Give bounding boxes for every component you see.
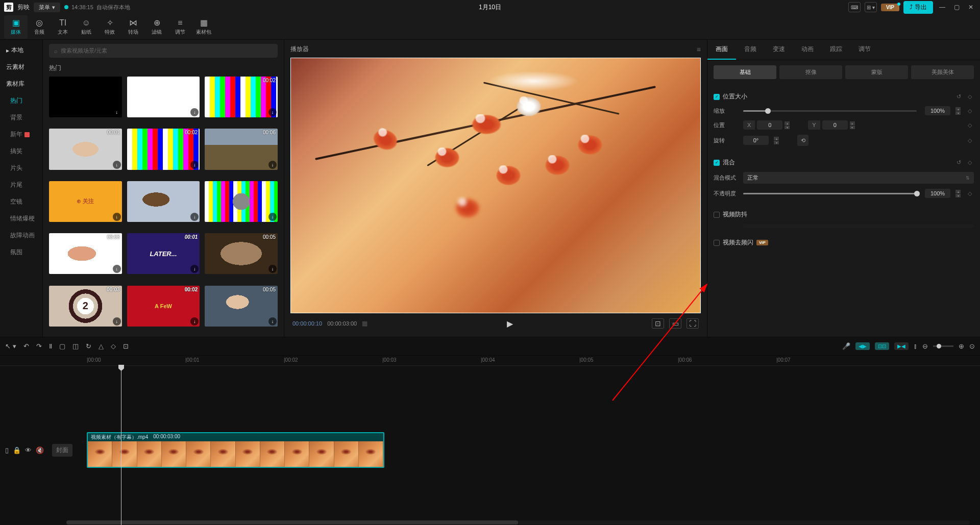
align-icon[interactable]: ⫿ xyxy=(914,342,917,350)
export-button[interactable]: ⤴导出 xyxy=(903,1,933,14)
track-auto[interactable]: ⊡⊡ xyxy=(875,342,889,350)
keyframe-icon[interactable]: ◇ xyxy=(966,189,974,197)
sidebar-item-片头[interactable]: 片头 xyxy=(0,160,42,177)
media-thumb[interactable]: 00:02A FeW↓ xyxy=(127,286,200,327)
reverse-icon[interactable]: ↻ xyxy=(86,342,91,350)
sidebar-item-新年[interactable]: 新年 xyxy=(0,126,42,143)
media-thumb[interactable]: ⊕ 关注↓ xyxy=(49,181,122,222)
timeline-ruler[interactable]: |00:00|00:01|00:02|00:03|00:04|00:05|00:… xyxy=(0,356,980,366)
track-mute-icon[interactable]: 🔇 xyxy=(36,446,44,454)
category-特效[interactable]: ✧特效 xyxy=(98,15,121,39)
vip-badge[interactable]: VIP xyxy=(881,4,899,11)
media-thumb[interactable]: 00:01↓ xyxy=(49,129,122,169)
zoom-out-icon[interactable]: ⊖ xyxy=(922,342,928,350)
sub-tab-美颜美体[interactable]: 美颜美体 xyxy=(911,65,974,79)
timeline-tracks[interactable]: ▯ 🔒 👁 🔇 封面 视频素材（有字幕）.mp4 00:00:03:00 xyxy=(0,366,980,525)
download-icon[interactable]: ↓ xyxy=(268,161,277,169)
media-thumb[interactable]: 00:05↓ xyxy=(205,233,278,274)
sidebar-item-情绪爆梗[interactable]: 情绪爆梗 xyxy=(0,210,42,227)
keyframe-icon[interactable]: ◇ xyxy=(966,159,974,167)
reset-icon[interactable]: ↺ xyxy=(954,93,963,101)
layout-icon[interactable]: ⊞ ▾ xyxy=(865,2,877,12)
blend-mode-select[interactable]: 正常 ⇅ xyxy=(743,172,974,184)
media-thumb[interactable]: 00:06↓ xyxy=(205,129,278,169)
download-icon[interactable]: ↓ xyxy=(113,317,121,326)
undo-icon[interactable]: ↶ xyxy=(23,342,29,350)
inspector-tab-画面[interactable]: 画面 xyxy=(707,40,736,60)
scale-slider[interactable] xyxy=(743,110,917,112)
rotate-icon[interactable]: ◇ xyxy=(111,342,116,350)
crop2-icon[interactable]: ⊡ xyxy=(123,342,129,350)
link-toggle[interactable]: ▶◀ xyxy=(894,342,909,350)
download-icon[interactable]: ↓ xyxy=(190,161,199,169)
checkbox-on-icon[interactable]: ✓ xyxy=(714,160,720,166)
player-viewport[interactable] xyxy=(290,58,701,313)
minimize-button[interactable]: — xyxy=(937,2,947,12)
download-icon[interactable]: ↓ xyxy=(268,265,277,273)
download-icon[interactable]: ↓ xyxy=(268,317,277,326)
track-lock-icon[interactable]: 🔒 xyxy=(13,446,21,454)
media-thumb[interactable]: ↓ xyxy=(127,77,200,117)
checkbox-off-icon[interactable] xyxy=(714,212,720,218)
delete-icon[interactable]: ▢ xyxy=(59,342,65,350)
redo-icon[interactable]: ↷ xyxy=(36,342,42,350)
media-thumb[interactable]: 00:02↓ xyxy=(127,129,200,169)
download-icon[interactable]: ↓ xyxy=(190,265,199,273)
mic-icon[interactable]: 🎤 xyxy=(842,342,850,350)
sidebar-item-氛围[interactable]: 氛围 xyxy=(0,244,42,261)
track-collapse-icon[interactable]: ▯ xyxy=(5,446,9,454)
download-icon[interactable]: ↓ xyxy=(268,213,277,221)
sidebar-item-背景[interactable]: 背景 xyxy=(0,109,42,126)
zoom-in-icon[interactable]: ⊕ xyxy=(959,342,964,350)
scale-value[interactable]: 100% xyxy=(925,106,950,115)
player-menu-icon[interactable]: ≡ xyxy=(697,45,701,54)
opacity-value[interactable]: 100% xyxy=(925,189,950,198)
download-icon[interactable]: ↓ xyxy=(190,108,199,116)
search-input[interactable]: ⌕ 搜索视频场景/元素 xyxy=(49,44,278,58)
media-thumb[interactable]: ↓ xyxy=(49,77,122,117)
flip-icon[interactable]: ⟲ xyxy=(797,135,808,146)
pos-x-input[interactable]: 0 xyxy=(757,120,782,130)
category-调节[interactable]: ≡调节 xyxy=(168,15,192,39)
download-icon[interactable]: ↓ xyxy=(113,161,121,169)
media-thumb[interactable]: ↓ xyxy=(205,181,278,222)
close-button[interactable]: ✕ xyxy=(966,2,976,12)
timecode-menu-icon[interactable]: ▦ xyxy=(362,320,368,327)
zoom-slider[interactable] xyxy=(933,345,953,347)
media-thumb[interactable]: 00:03↓ xyxy=(49,233,122,274)
media-thumb[interactable]: ↓ xyxy=(127,181,200,222)
keyframe-icon[interactable]: ◇ xyxy=(966,136,974,144)
download-icon[interactable]: ↓ xyxy=(190,317,199,326)
download-icon[interactable]: ↓ xyxy=(113,213,121,221)
inspector-tab-变速[interactable]: 变速 xyxy=(765,40,793,60)
reset-icon[interactable]: ↺ xyxy=(954,159,963,167)
spin-down[interactable]: ▾ xyxy=(955,111,961,115)
inspector-tab-调节[interactable]: 调节 xyxy=(850,40,879,60)
maximize-button[interactable]: ▢ xyxy=(951,2,962,12)
download-icon[interactable]: ↓ xyxy=(113,265,121,273)
checkbox-off-icon[interactable] xyxy=(714,240,720,246)
magnet-auto[interactable]: ◀▶ xyxy=(855,342,870,350)
keyframe-icon[interactable]: ◇ xyxy=(966,93,974,101)
cover-button[interactable]: 封面 xyxy=(52,444,72,457)
timeline-scrollbar[interactable] xyxy=(66,520,970,524)
rotate-input[interactable]: 0° xyxy=(743,136,769,145)
media-thumb[interactable]: 00:032↓ xyxy=(49,286,122,327)
category-文本[interactable]: TI文本 xyxy=(51,15,75,39)
keyframe-icon[interactable]: ◇ xyxy=(966,121,974,129)
media-thumb[interactable]: 00:01LATER...↓ xyxy=(127,233,200,274)
checkbox-on-icon[interactable]: ✓ xyxy=(714,94,720,100)
sidebar-group-云素材[interactable]: 云素材 xyxy=(0,59,42,76)
sidebar-item-空镜[interactable]: 空镜 xyxy=(0,193,42,210)
main-menu-button[interactable]: 菜单▾ xyxy=(34,3,60,12)
category-转场[interactable]: ⋈转场 xyxy=(121,15,145,39)
spin-up[interactable]: ▴ xyxy=(955,107,961,111)
media-thumb[interactable]: 00:05↓ xyxy=(205,286,278,327)
fullscreen-icon[interactable]: ⛶ xyxy=(687,318,699,329)
pos-y-input[interactable]: 0 xyxy=(822,120,848,130)
opacity-slider[interactable] xyxy=(743,193,917,194)
video-clip[interactable]: 视频素材（有字幕）.mp4 00:00:03:00 xyxy=(87,432,384,468)
download-icon[interactable]: ↓ xyxy=(113,108,121,116)
ratio-icon[interactable]: ▭ xyxy=(669,318,681,329)
media-thumb[interactable]: 00:02↓ xyxy=(205,77,278,117)
